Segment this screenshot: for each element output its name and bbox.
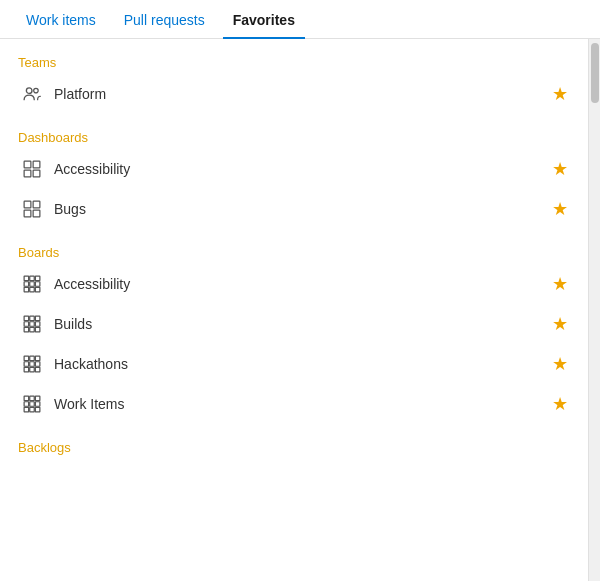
section-header-teams: Teams [16,55,572,70]
svg-rect-40 [24,402,29,407]
hackathons-board-star[interactable]: ★ [552,353,568,375]
svg-rect-4 [24,170,31,177]
tab-favorites[interactable]: Favorites [223,0,305,38]
svg-rect-6 [24,201,31,208]
svg-rect-31 [24,362,29,367]
svg-rect-9 [33,210,40,217]
platform-label: Platform [54,86,552,102]
list-item-builds-board[interactable]: Builds ★ [16,304,572,344]
board-icon-builds [20,312,44,336]
svg-rect-19 [24,316,29,321]
list-item-accessibility-board[interactable]: Accessibility ★ [16,264,572,304]
section-header-dashboards: Dashboards [16,130,572,145]
hackathons-board-label: Hackathons [54,356,552,372]
svg-rect-11 [30,276,35,281]
accessibility-dash-star[interactable]: ★ [552,158,568,180]
bugs-dash-star[interactable]: ★ [552,198,568,220]
svg-rect-33 [35,362,40,367]
svg-rect-35 [30,367,35,372]
svg-rect-20 [30,316,35,321]
svg-rect-3 [33,161,40,168]
workitems-board-star[interactable]: ★ [552,393,568,415]
svg-point-1 [34,88,39,93]
svg-rect-10 [24,276,29,281]
svg-rect-18 [35,287,40,292]
scrollbar[interactable] [588,39,600,581]
svg-rect-15 [35,282,40,287]
svg-rect-37 [24,396,29,401]
svg-rect-16 [24,287,29,292]
svg-rect-5 [33,170,40,177]
accessibility-board-label: Accessibility [54,276,552,292]
builds-board-label: Builds [54,316,552,332]
svg-rect-22 [24,322,29,327]
workitems-board-label: Work Items [54,396,552,412]
content-wrapper: Teams Platform ★ Dashboards [0,39,600,581]
svg-rect-2 [24,161,31,168]
section-header-boards: Boards [16,245,572,260]
list-item-workitems-board[interactable]: Work Items ★ [16,384,572,424]
svg-rect-7 [33,201,40,208]
board-icon-accessibility [20,272,44,296]
bugs-dash-label: Bugs [54,201,552,217]
svg-rect-26 [30,327,35,332]
svg-rect-21 [35,316,40,321]
list-item-hackathons-board[interactable]: Hackathons ★ [16,344,572,384]
tab-pull-requests[interactable]: Pull requests [114,0,215,38]
tab-work-items[interactable]: Work items [16,0,106,38]
team-icon [20,82,44,106]
board-icon-workitems [20,392,44,416]
accessibility-dash-label: Accessibility [54,161,552,177]
svg-rect-27 [35,327,40,332]
svg-rect-17 [30,287,35,292]
svg-rect-8 [24,210,31,217]
svg-rect-38 [30,396,35,401]
svg-rect-30 [35,356,40,361]
svg-rect-12 [35,276,40,281]
list-item-bugs-dash[interactable]: Bugs ★ [16,189,572,229]
svg-rect-24 [35,322,40,327]
dashboard-icon-accessibility [20,157,44,181]
svg-rect-25 [24,327,29,332]
svg-rect-36 [35,367,40,372]
svg-rect-14 [30,282,35,287]
dashboard-icon-bugs [20,197,44,221]
platform-star[interactable]: ★ [552,83,568,105]
svg-rect-13 [24,282,29,287]
list-item-accessibility-dash[interactable]: Accessibility ★ [16,149,572,189]
accessibility-board-star[interactable]: ★ [552,273,568,295]
tab-bar: Work items Pull requests Favorites [0,0,600,39]
section-header-backlogs: Backlogs [16,440,572,463]
svg-rect-42 [35,402,40,407]
svg-rect-32 [30,362,35,367]
list-item-platform[interactable]: Platform ★ [16,74,572,114]
svg-rect-41 [30,402,35,407]
svg-rect-39 [35,396,40,401]
builds-board-star[interactable]: ★ [552,313,568,335]
board-icon-hackathons [20,352,44,376]
svg-rect-43 [24,407,29,412]
favorites-content: Teams Platform ★ Dashboards [0,39,588,581]
svg-rect-34 [24,367,29,372]
scrollbar-thumb[interactable] [591,43,599,103]
svg-rect-29 [30,356,35,361]
svg-rect-28 [24,356,29,361]
svg-point-0 [26,88,32,94]
svg-rect-23 [30,322,35,327]
svg-rect-44 [30,407,35,412]
svg-rect-45 [35,407,40,412]
